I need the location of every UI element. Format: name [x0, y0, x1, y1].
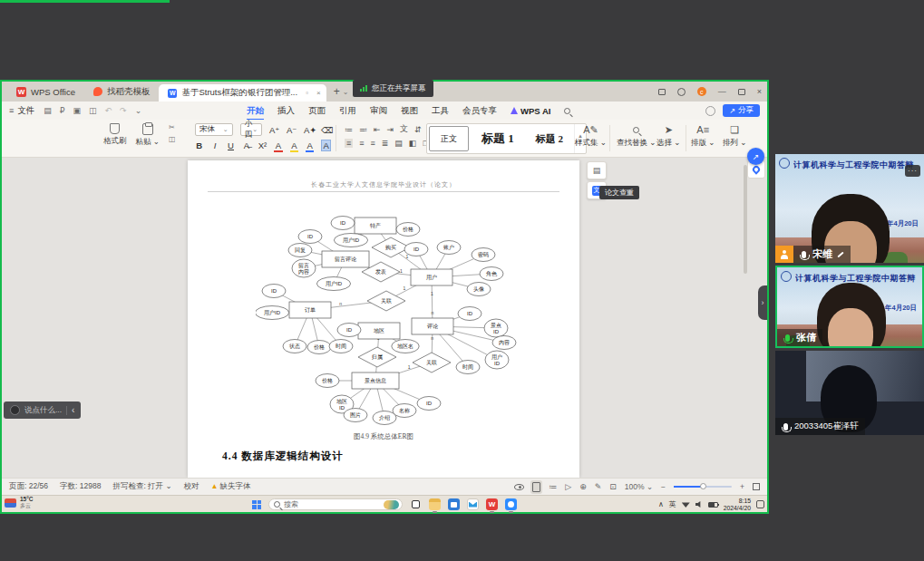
quickbar-dropdown-icon[interactable]: ⌄	[135, 106, 142, 115]
style-body[interactable]: 正文	[429, 126, 469, 151]
tab-close-icon[interactable]: ×	[316, 89, 321, 97]
sidebar-expand-handle[interactable]: ›	[758, 285, 767, 320]
battery-icon[interactable]	[708, 502, 718, 508]
bold-button[interactable]: B	[195, 140, 203, 150]
mail-button[interactable]	[467, 498, 479, 510]
char-shading-button[interactable]: A	[321, 140, 331, 151]
meeting-chat-input-collapsed[interactable]: 说点什么... ‹	[4, 401, 81, 419]
number-list-icon[interactable]: ≕	[359, 125, 367, 134]
superscript-button[interactable]: X²	[258, 140, 267, 150]
text-direction-icon[interactable]: 文	[400, 123, 408, 135]
file-explorer-button[interactable]	[429, 498, 441, 510]
italic-button[interactable]: I	[210, 140, 219, 150]
minimize-icon[interactable]: —	[718, 87, 726, 96]
new-tab-button[interactable]: +	[334, 85, 340, 98]
maximize-icon[interactable]	[738, 89, 745, 95]
zoom-in-button[interactable]: +	[740, 482, 744, 491]
tile-more-button[interactable]: ···	[905, 165, 920, 177]
wps-taskbar-button[interactable]: W	[486, 498, 498, 510]
file-menu[interactable]: ≡ 文件	[9, 105, 34, 117]
meeting-app-button[interactable]	[505, 498, 517, 510]
ribbon-tab-member[interactable]: 会员专享	[462, 105, 497, 117]
ribbon-tab-insert[interactable]: 插入	[277, 105, 295, 117]
undo-icon[interactable]: ↶	[105, 106, 112, 115]
web-view-icon[interactable]: ⊕	[579, 482, 587, 491]
paste-button[interactable]: 粘贴 ⌄	[136, 123, 160, 148]
tab-document[interactable]: W 基于Struts框架的银行团管理... ▫ ×	[159, 84, 326, 102]
video-tile-participant2-speaking[interactable]: 计算机科学与工程学院中期答辩 年4月20日 张倩	[775, 266, 924, 348]
ribbon-tab-page[interactable]: 页面	[308, 105, 326, 117]
fullscreen-icon[interactable]	[753, 483, 760, 490]
format-painter-button[interactable]: 格式刷	[103, 123, 127, 147]
ai-float-button[interactable]: ↗	[747, 148, 764, 165]
taskbar-search-box[interactable]: 搜索	[268, 498, 403, 510]
strikethrough-icon[interactable]: A̶	[242, 140, 250, 150]
print-preview-icon[interactable]: ◫	[89, 106, 97, 115]
spell-check-toggle[interactable]: 拼写检查: 打开 ⌄	[112, 481, 171, 492]
collapse-chevron-icon[interactable]: ‹	[72, 406, 74, 415]
page-view-icon[interactable]	[532, 482, 540, 492]
taskbar-weather-widget[interactable]: 15°C 多云	[5, 497, 34, 508]
search-icon[interactable]	[564, 108, 570, 114]
quick-tool-scan-button[interactable]: ▤	[587, 161, 607, 179]
share-document-button[interactable]: ↗ 分享	[723, 104, 760, 117]
export-pdf-icon[interactable]: ₽	[60, 106, 65, 115]
tab-wps-office[interactable]: W WPS Office	[7, 82, 84, 102]
style-heading1[interactable]: 标题 1	[471, 124, 525, 153]
style-heading2[interactable]: 标题 2	[525, 124, 574, 153]
task-view-button[interactable]	[410, 498, 422, 510]
taskbar-clock[interactable]: 8:15 2024/4/20	[724, 498, 751, 511]
layout-mode-icon[interactable]	[658, 89, 666, 95]
notification-center-icon[interactable]	[756, 500, 764, 508]
increase-indent-icon[interactable]: ⇥	[387, 125, 394, 134]
justify-icon[interactable]: ≣	[382, 139, 389, 148]
outline-view-icon[interactable]: ≔	[549, 482, 557, 491]
shading-icon[interactable]: ◧	[409, 139, 417, 148]
tab-docer-templates[interactable]: 找稻壳模板	[84, 82, 160, 102]
skin-icon[interactable]	[677, 88, 686, 96]
close-icon[interactable]: ×	[757, 87, 762, 96]
bullet-list-icon[interactable]: ≔	[345, 125, 353, 134]
missing-font-warning[interactable]: ▲缺失字体	[211, 481, 251, 492]
start-button[interactable]	[252, 500, 261, 509]
arrange-button[interactable]: ❏ 排列 ⌄	[723, 123, 746, 149]
wps-ai-button[interactable]: WPS AI	[511, 106, 550, 116]
line-spacing-icon[interactable]: ⇵	[414, 125, 422, 134]
read-mode-icon[interactable]: ▷	[565, 482, 571, 491]
ribbon-tab-home[interactable]: 开始	[247, 105, 264, 117]
tab-restore-icon[interactable]: ▫	[306, 89, 308, 97]
ribbon-tab-view[interactable]: 视图	[401, 105, 418, 117]
zoom-slider[interactable]	[674, 486, 732, 488]
wifi-icon[interactable]	[682, 501, 690, 508]
char-color-button[interactable]: A	[306, 140, 314, 150]
distribute-icon[interactable]: ▤	[394, 139, 403, 148]
document-scrollbar[interactable]	[744, 165, 747, 274]
tab-list-dropdown-icon[interactable]: ⌄	[343, 88, 349, 96]
tray-expand-icon[interactable]: ∧	[658, 500, 664, 508]
clear-format-icon[interactable]: ⌫	[321, 125, 331, 135]
text-effects-icon[interactable]: A✦	[304, 125, 314, 135]
select-button[interactable]: ➤ 选择 ⌄	[657, 123, 680, 149]
ink-icon[interactable]: ✎	[595, 482, 602, 491]
vip-icon[interactable]: c	[697, 87, 706, 96]
cut-icon[interactable]: ✂	[169, 123, 176, 131]
volume-icon[interactable]	[695, 501, 703, 508]
decrease-indent-icon[interactable]: ⇤	[374, 125, 381, 134]
typeset-button[interactable]: A≡ 排版 ⌄	[691, 123, 715, 149]
document-page[interactable]: 长春工业大学人文信息学院毕业设计（论文） n1n1n11n1nn1特产ID用户I…	[188, 160, 579, 478]
align-right-icon[interactable]: ≡	[371, 139, 375, 148]
video-tile-participant1[interactable]: 计算机科学与工程学院中期答辩 年4月20日 ··· 宋维	[775, 154, 924, 263]
ime-indicator[interactable]: 英	[669, 499, 676, 509]
ribbon-tab-review[interactable]: 审阅	[370, 105, 387, 117]
increase-font-icon[interactable]: A⁺	[269, 125, 279, 135]
eye-protect-icon[interactable]	[514, 484, 524, 490]
highlight-color-button[interactable]: A	[290, 140, 298, 150]
font-name-select[interactable]: 宋体⌄	[195, 123, 233, 136]
zoom-level[interactable]: 100% ⌄	[625, 482, 653, 491]
rename-pencil-icon[interactable]	[837, 251, 843, 257]
ribbon-tab-tools[interactable]: 工具	[432, 105, 449, 117]
align-center-icon[interactable]: ≡	[359, 139, 364, 148]
video-tile-participant3[interactable]: 20033405崔泽轩	[775, 351, 924, 435]
ms-store-button[interactable]	[448, 498, 460, 510]
underline-button[interactable]: U	[227, 140, 235, 150]
